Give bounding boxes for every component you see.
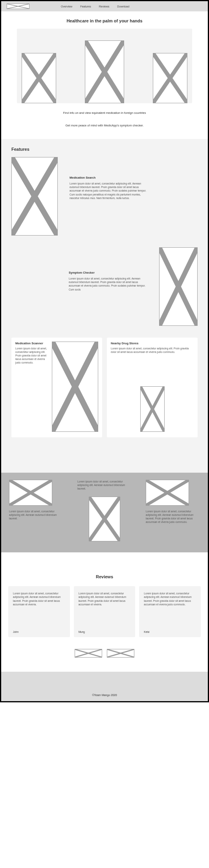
review-author-1: John [13, 630, 65, 633]
grey-image-left [9, 480, 52, 506]
hero-sub1: Find info on and view equivalent medicat… [17, 110, 192, 116]
hero-title: Healthcare in the palm of your hands [17, 18, 192, 23]
review-body-2: Lorem ipsum dolor sit amet, consectetur … [79, 592, 131, 625]
card-nearby-drug-stores: Nearby Drug Stores Lorem ipsum dolor sit… [107, 338, 198, 437]
review-body-3: Lorem ipsum dolor sit amet, consectetur … [144, 592, 196, 625]
reviews-heading: Reviews [8, 574, 201, 579]
card-body-2: Lorem ipsum dolor sit amet, consectetur … [111, 347, 194, 354]
feature-body-1: Lorem ipsum dolor sit amet, consectetur … [70, 182, 148, 200]
feature-image-2 [159, 247, 198, 326]
grey-col-left: Lorem ipsum dolor sit amet, consectetur … [9, 480, 63, 541]
card-title-1: Medication Scanner [15, 342, 49, 345]
review-body-1: Lorem ipsum dolor sit amet, consectetur … [13, 592, 65, 625]
card-title-2: Nearby Drug Stores [111, 342, 194, 345]
grey-text-mid: Lorem ipsum dolor sit amet, consectetur … [77, 480, 132, 490]
card-body-1: Lorem ipsum dolor sit amet, consectetur … [15, 347, 49, 364]
card-medication-scanner: Medication Scanner Lorem ipsum dolor sit… [11, 338, 102, 437]
review-author-3: Kelsi [144, 630, 196, 633]
review-card-2: Lorem ipsum dolor sit amet, consectetur … [74, 586, 136, 637]
nav-download[interactable]: Download [117, 5, 129, 8]
hero-images [17, 29, 192, 103]
nav-overview[interactable]: Overview [61, 5, 72, 8]
grey-text-left: Lorem ipsum dolor sit amet, consectetur … [9, 510, 63, 520]
features-heading: Features [11, 147, 198, 152]
feature-body-2: Lorem ipsum dolor sit amet, consectetur … [69, 277, 147, 292]
nav-features[interactable]: Features [80, 5, 91, 8]
copyright: ©Team Mango 2020 [92, 694, 117, 696]
grey-col-right: Lorem ipsum dolor sit amet, consectetur … [146, 480, 200, 541]
feature-image-1 [11, 157, 58, 236]
hero-phone-left [22, 53, 56, 103]
nav-links: Overview Features Reviews Download [61, 5, 129, 8]
feature-title-1: Medication Search [70, 176, 148, 179]
grey-band: Lorem ipsum dolor sit amet, consectetur … [1, 473, 208, 552]
navbar: Overview Features Reviews Download [1, 1, 208, 11]
feature-title-2: Symptom Checker [69, 271, 147, 274]
hero-section: Healthcare in the palm of your hands Fin… [1, 11, 208, 139]
feature-symptom-checker: Symptom Checker Lorem ipsum dolor sit am… [11, 247, 198, 326]
store-badge-1[interactable] [75, 649, 102, 658]
hero-phone-right [153, 53, 187, 103]
review-author-2: Mung [79, 630, 131, 633]
grey-col-middle: Lorem ipsum dolor sit amet, consectetur … [77, 480, 132, 541]
logo-placeholder [7, 4, 29, 9]
grey-image-right [146, 480, 189, 506]
spacer [1, 449, 208, 473]
store-badge-2[interactable] [107, 649, 134, 658]
feature-medication-search: Medication Search Lorem ipsum dolor sit … [11, 157, 198, 236]
review-card-3: Lorem ipsum dolor sit amet, consectetur … [139, 586, 201, 637]
review-card-1: Lorem ipsum dolor sit amet, consectetur … [8, 586, 70, 637]
features-section: Features Medication Search Lorem ipsum d… [1, 139, 208, 449]
hero-phone-center [85, 40, 124, 103]
grey-image-middle [89, 497, 120, 541]
card-image-1 [52, 342, 98, 432]
store-badges [8, 649, 201, 658]
footer: ©Team Mango 2020 [1, 672, 208, 701]
nav-reviews[interactable]: Reviews [99, 5, 109, 8]
card-image-2 [140, 386, 165, 432]
grey-text-right: Lorem ipsum dolor sit amet, consectetur … [146, 510, 200, 524]
reviews-section: Reviews Lorem ipsum dolor sit amet, cons… [1, 552, 208, 672]
hero-sub2: Get more peace of mind with MedicApp's s… [17, 123, 192, 128]
